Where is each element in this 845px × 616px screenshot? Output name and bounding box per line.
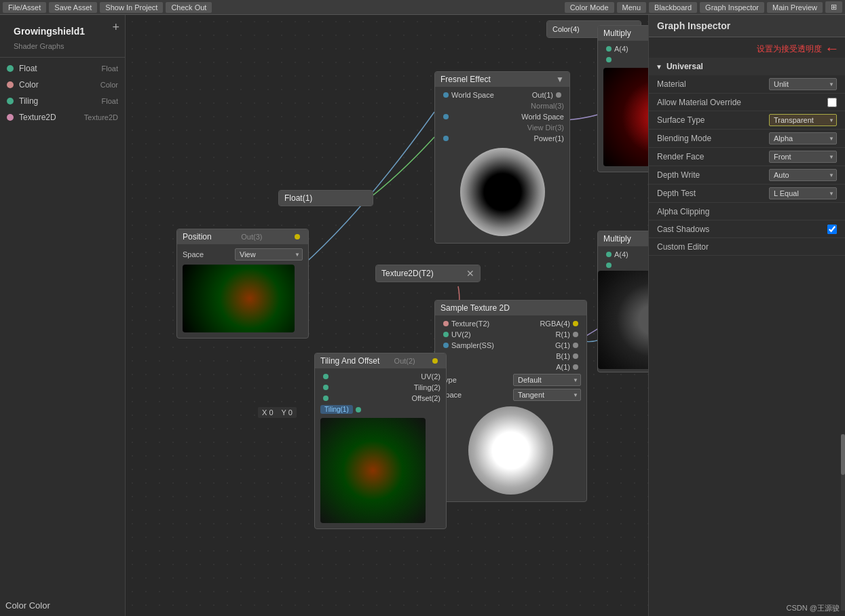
surface-type-dropdown[interactable]: Transparent Opaque (769, 114, 837, 126)
multiply2-a-dot (606, 252, 612, 257)
inspector-row-alpha-clipping: Alpha Clipping (649, 203, 845, 220)
float-node: Float(1) (278, 190, 373, 206)
sample-preview-container (435, 402, 586, 499)
sample-rgba-dot (573, 321, 578, 326)
tiling-out-label: Out(2) (394, 357, 415, 365)
multiply2-title: Multiply (603, 234, 631, 244)
color-mode-tab[interactable]: Color Mode (565, 2, 614, 13)
inspector-render-face-label: Render Face (657, 152, 747, 161)
show-in-project-btn[interactable]: Show In Project (100, 2, 163, 13)
sample-tex-dot (443, 321, 449, 326)
sample-g-dot (573, 343, 578, 348)
sample-type-dropdown-wrapper: Default (513, 374, 581, 386)
allow-override-checkbox[interactable] (827, 98, 837, 107)
blending-mode-dropdown[interactable]: Alpha Additive (769, 132, 837, 145)
blackboard-tab[interactable]: Blackboard (649, 2, 697, 13)
inspector-material-label: Material (657, 79, 747, 89)
position-space-row: Space ViewObjectWorld (177, 247, 308, 262)
texture2d-close[interactable]: ✕ (466, 268, 474, 279)
inspector-cast-shadows-label: Cast Shadows (657, 225, 747, 234)
graph-inspector-tab[interactable]: Graph Inspector (700, 2, 764, 13)
blending-mode-dropdown-wrapper: Alpha Additive (769, 132, 837, 145)
texture2d-title: Texture2D(T2) (381, 269, 434, 278)
multiply1-a-dot (606, 46, 612, 52)
multiply2-b-dot (606, 263, 612, 268)
inspector-row-custom-editor: Custom Editor (649, 238, 845, 256)
fresnel-expand[interactable]: ▼ (556, 75, 564, 84)
render-face-dropdown-wrapper: Front Back Both (769, 151, 837, 163)
float-header: Float(1) (279, 191, 373, 206)
expand-btn[interactable]: ⊞ (825, 1, 842, 13)
texture2d-node: Texture2D(T2) ✕ (375, 265, 481, 282)
tiling-offset-row: Offset(2) (315, 393, 446, 404)
inspector-depth-write-label: Depth Write (657, 170, 747, 180)
inspector-section-universal[interactable]: Universal (649, 58, 845, 75)
inspector-section-label: Universal (666, 62, 703, 71)
sample-sampler-row: Sampler(SS) G(1) (435, 340, 586, 351)
sample-a-dot (573, 364, 578, 370)
fresnel-viewdir-text-val: View Dir(3) (527, 123, 564, 132)
tiling-chip: Tiling(1) (315, 404, 446, 415)
fresnel-viewdir-dot (443, 114, 449, 119)
position-title: Position (183, 232, 212, 242)
sidebar-item-float[interactable]: Float Float (0, 60, 125, 77)
inspector-body[interactable]: Universal Material Unlit Lit (649, 58, 845, 616)
sample-b-label: B(1) (556, 352, 570, 360)
sample-tex-label: Texture(T2) (451, 320, 489, 328)
sample-space-dropdown-wrapper: Tangent (513, 389, 581, 401)
sample-a-label: A(1) (556, 363, 570, 371)
left-sidebar: Growingshield1 Shader Graphs + Float Flo… (0, 15, 126, 616)
depth-test-dropdown[interactable]: L Equal Less Greater (769, 187, 837, 199)
sidebar-divider (0, 57, 125, 58)
position-space-select[interactable]: ViewObjectWorld (235, 248, 303, 261)
menu-tab[interactable]: Menu (617, 2, 647, 13)
render-face-dropdown[interactable]: Front Back Both (769, 151, 837, 163)
check-out-btn[interactable]: Check Out (166, 2, 212, 13)
multiply2-node: Multiply A(4) Out(4) B(4) (597, 231, 648, 372)
position-body: Space ViewObjectWorld (177, 244, 308, 338)
sample-uv-dot (443, 332, 449, 337)
fresnel-header: Fresnel Effect ▼ (435, 72, 569, 87)
depth-write-dropdown[interactable]: Auto ForceEnabled ForceDisabled (769, 169, 837, 181)
depth-write-dropdown-wrapper: Auto ForceEnabled ForceDisabled (769, 169, 837, 181)
material-dropdown[interactable]: Unlit Lit (769, 78, 837, 90)
sidebar-item-texture2d-label: Texture2D (19, 113, 56, 122)
sample-type-select[interactable]: Default (513, 374, 581, 386)
sidebar-item-color[interactable]: Color Color (0, 77, 125, 93)
inspector-row-depth-test: Depth Test L Equal Less Greater (649, 185, 845, 203)
inspector-cast-shadows-value (747, 225, 838, 234)
sample-sampler-dot (443, 343, 449, 348)
sample-texture-header: Sample Texture 2D (435, 301, 586, 315)
multiply1-a-label: A(4) (614, 45, 628, 53)
inspector-row-blending-mode: Blending Mode Alpha Additive (649, 130, 845, 148)
scrollbar-thumb[interactable] (841, 434, 845, 475)
fresnel-normal-text: Normal(3) (435, 100, 569, 111)
tiling-header: Tiling And Offset Out(2) (315, 353, 446, 368)
tiling-offset-label: Offset(2) (411, 394, 440, 402)
inspector-surface-type-label: Surface Type (657, 115, 747, 125)
fresnel-body: World Space Out(1) Normal(3) World Space (435, 87, 569, 243)
sidebar-item-color-type: Color (100, 81, 118, 89)
cast-shadows-checkbox[interactable] (827, 225, 837, 234)
sample-space-select[interactable]: Tangent (513, 389, 581, 401)
fresnel-power-label: Power(1) (533, 134, 564, 142)
multiply1-preview (603, 68, 648, 166)
sample-uv-label: UV(2) (451, 330, 471, 339)
sidebar-item-texture2d[interactable]: Texture2D Texture2D (0, 109, 125, 126)
sidebar-add-button[interactable]: + (112, 20, 119, 35)
inspector-row-material: Material Unlit Lit (649, 75, 845, 94)
sample-type-row: Type Default (435, 372, 586, 387)
inspector-annotation-row: 设置为接受透明度 ← (649, 37, 845, 58)
position-node: Position Out(3) Space ViewObjectWorld (176, 229, 309, 339)
fresnel-node: Fresnel Effect ▼ World Space Out(1) Norm… (434, 71, 570, 244)
multiply1-b-dot (606, 57, 612, 62)
inspector-allow-override-value (747, 98, 838, 107)
graph-canvas[interactable]: Color(4) ✕ Multiply A(4) Out(4) (126, 15, 648, 616)
sidebar-item-tiling[interactable]: Tiling Float (0, 93, 125, 109)
multiply2-port-b: B(4) (598, 260, 648, 271)
multiply2-preview (598, 271, 648, 369)
file-asset-btn[interactable]: File/Asset (3, 2, 46, 13)
main-preview-tab[interactable]: Main Preview (767, 2, 823, 13)
color-color-label: Color Color (0, 595, 125, 616)
save-asset-btn[interactable]: Save Asset (49, 2, 97, 13)
